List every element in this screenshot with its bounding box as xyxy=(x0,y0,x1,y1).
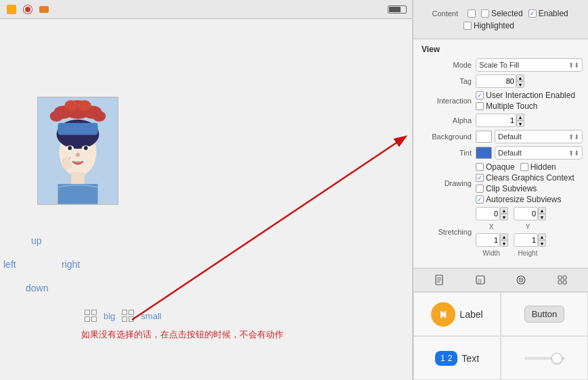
stretching-y-stepper[interactable]: ▲ ▼ xyxy=(538,207,546,220)
svg-rect-32 xyxy=(558,281,562,284)
background-color-swatch[interactable] xyxy=(476,130,492,143)
orange-square-icon[interactable] xyxy=(5,3,18,16)
enabled-checkbox[interactable] xyxy=(528,9,537,18)
tag-input[interactable]: 80 xyxy=(476,74,516,88)
button-widget[interactable]: Button xyxy=(524,306,565,323)
play-button-widget[interactable] xyxy=(431,302,455,327)
stretching-x-down[interactable]: ▼ xyxy=(500,214,508,220)
stretching-x-input[interactable]: 0 xyxy=(476,207,500,220)
stretching-height-input[interactable]: 1 xyxy=(514,233,538,247)
opaque-item[interactable]: Opaque xyxy=(476,162,515,172)
document-icon-btn[interactable] xyxy=(430,270,449,289)
opaque-checkbox[interactable] xyxy=(476,163,484,171)
selected-checkbox[interactable] xyxy=(481,9,489,18)
clears-graphics-item[interactable]: Clears Graphics Context xyxy=(476,173,574,183)
clip-subviews-checkbox[interactable] xyxy=(476,185,484,193)
tag-control: 80 ▲ ▼ xyxy=(476,74,583,88)
svg-point-14 xyxy=(84,146,88,150)
highlighted-checkbox[interactable] xyxy=(463,22,472,30)
clears-graphics-label: Clears Graphics Context xyxy=(486,173,574,183)
stretching-width-up[interactable]: ▲ xyxy=(500,233,508,240)
height-label: Height xyxy=(512,250,543,257)
selected-checkbox-item[interactable]: Selected xyxy=(481,9,523,18)
slider-knob[interactable] xyxy=(551,353,562,364)
user-interaction-checkbox[interactable] xyxy=(476,91,484,99)
stretching-y-down[interactable]: ▼ xyxy=(538,214,546,220)
interaction-options: User Interaction Enabled Multiple Touch xyxy=(476,91,575,111)
tint-color-swatch[interactable] xyxy=(476,147,492,159)
small-button[interactable]: small xyxy=(141,311,161,321)
stretching-height-up[interactable]: ▲ xyxy=(538,233,546,240)
background-select[interactable]: Default ⬆⬇ xyxy=(495,130,583,143)
autoresize-checkbox[interactable] xyxy=(476,195,484,204)
stretching-x-up[interactable]: ▲ xyxy=(500,207,508,214)
target-icon-btn[interactable] xyxy=(512,270,530,289)
content-checkbox-item[interactable] xyxy=(468,9,476,18)
canvas-area: up left right down big small 如果没有选择的话，在点… xyxy=(0,19,413,380)
hidden-label: Hidden xyxy=(530,162,556,172)
tag-stepper-up[interactable]: ▲ xyxy=(516,74,524,81)
tag-stepper-down[interactable]: ▼ xyxy=(516,81,524,88)
mode-label: Mode xyxy=(419,61,472,69)
tag-stepper[interactable]: ▲ ▼ xyxy=(516,74,524,88)
label-down[interactable]: down xyxy=(26,283,48,293)
alpha-label: Alpha xyxy=(419,116,472,124)
enabled-checkbox-item[interactable]: Enabled xyxy=(528,9,568,18)
stretching-y-up[interactable]: ▲ xyxy=(538,207,546,214)
stretching-width-stepper[interactable]: ▲ ▼ xyxy=(500,233,508,247)
stretching-height-down[interactable]: ▼ xyxy=(538,240,546,247)
highlighted-checkbox-item[interactable]: Highlighted xyxy=(463,21,514,30)
mode-select[interactable]: Scale To Fill ⬆⬇ xyxy=(476,58,583,72)
label-right[interactable]: right xyxy=(62,259,80,270)
alpha-stepper-up[interactable]: ▲ xyxy=(516,114,524,120)
image-view[interactable] xyxy=(37,97,118,205)
stepper-widget[interactable]: 1 2 xyxy=(435,351,457,366)
alpha-stepper-down[interactable]: ▼ xyxy=(516,120,524,127)
alpha-input[interactable]: 1 xyxy=(476,114,516,127)
battery-indicator xyxy=(388,5,407,14)
interaction-row: Interaction User Interaction Enabled Mul… xyxy=(413,89,588,112)
stepper-2-label: 2 xyxy=(448,354,453,363)
stretching-width-input[interactable]: 1 xyxy=(476,233,500,247)
code-icon-btn[interactable]: {} xyxy=(471,270,490,289)
multiple-touch-item[interactable]: Multiple Touch xyxy=(476,101,575,111)
red-circle-icon[interactable] xyxy=(22,3,34,16)
hidden-checkbox[interactable] xyxy=(520,163,528,171)
alpha-field-group: 1 ▲ ▼ xyxy=(476,114,524,127)
view-section-header: View xyxy=(413,43,588,57)
clears-graphics-checkbox[interactable] xyxy=(476,174,484,182)
svg-point-5 xyxy=(78,100,91,111)
background-control: Default ⬆⬇ xyxy=(476,130,583,143)
state-row-1: Content Selected Enabled xyxy=(422,9,580,18)
stretching-width-down[interactable]: ▼ xyxy=(500,240,508,247)
alpha-stepper[interactable]: ▲ ▼ xyxy=(516,114,524,127)
drawing-options: Opaque Hidden Clears Graphics Context xyxy=(476,162,574,204)
big-button[interactable]: big xyxy=(104,311,115,321)
content-checkbox[interactable] xyxy=(468,9,476,18)
user-interaction-item[interactable]: User Interaction Enabled xyxy=(476,91,575,100)
svg-rect-17 xyxy=(58,184,98,204)
button-widget-label: Button xyxy=(532,309,558,319)
label-up[interactable]: up xyxy=(31,235,42,246)
properties-section: View Mode Scale To Fill ⬆⬇ Tag 80 ▲ xyxy=(413,39,588,268)
stretching-height-stepper[interactable]: ▲ ▼ xyxy=(538,233,546,247)
tag-row: Tag 80 ▲ ▼ xyxy=(413,73,588,89)
grid-icon-btn[interactable] xyxy=(553,270,572,289)
slider-widget[interactable] xyxy=(524,357,565,360)
stretching-x-stepper[interactable]: ▲ ▼ xyxy=(500,207,508,220)
hidden-item[interactable]: Hidden xyxy=(520,162,556,172)
tint-select[interactable]: Default ⬆⬇ xyxy=(495,146,583,160)
buttons-group: big small xyxy=(85,310,162,322)
svg-point-13 xyxy=(68,146,72,150)
clip-subviews-item[interactable]: Clip Subviews xyxy=(476,184,574,193)
mode-value: Scale To Fill xyxy=(479,61,519,69)
background-label: Background xyxy=(419,133,472,141)
label-left[interactable]: left xyxy=(3,259,16,270)
background-row: Background Default ⬆⬇ xyxy=(413,128,588,145)
tag-label: Tag xyxy=(419,77,472,85)
stretching-y-input[interactable]: 0 xyxy=(514,207,538,220)
multiple-touch-checkbox[interactable] xyxy=(476,102,484,110)
autoresize-item[interactable]: Autoresize Subviews xyxy=(476,195,574,204)
bottom-widgets: Label Button 1 2 Text xyxy=(413,292,588,380)
orange-rect-icon[interactable] xyxy=(38,3,50,16)
